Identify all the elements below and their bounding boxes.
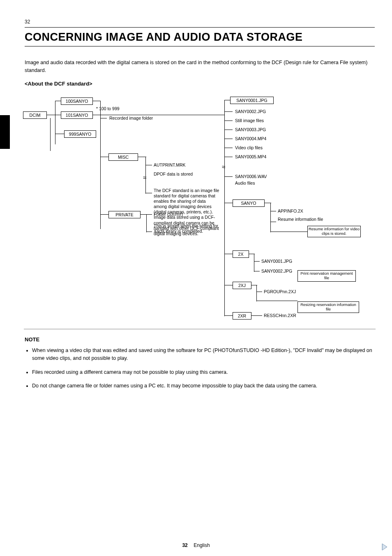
folder-diagram: DCIM 100SANYO 101SANYO * 100 to 999 999S… — [23, 93, 375, 323]
note-heading: NOTE — [25, 336, 375, 343]
page-number-top-text: 32 — [25, 19, 30, 25]
side-tab — [0, 115, 10, 149]
note-item: Do not change camera file or folder name… — [32, 382, 375, 390]
page-number-top: 32 — [25, 19, 375, 25]
recorded-folder-label: Recorded image folder — [109, 116, 153, 121]
resume-caption: Resume information file — [278, 217, 339, 222]
private-box: PRIVATE — [108, 211, 141, 218]
2x-box: 2X — [233, 250, 249, 258]
note-item: When viewing a video clip that was edite… — [32, 347, 375, 363]
2x-file1: SANY0001.JPG — [261, 259, 292, 264]
sanyo-box: SANYO — [233, 199, 265, 207]
sx-folder-note: This is stored when the setting for Xact… — [154, 223, 221, 234]
audio-files-label: Audio files — [235, 181, 255, 186]
title-rule-top — [25, 27, 375, 28]
dcf-section-heading: <About the DCF standard> — [25, 81, 375, 87]
appinfo-text: APPINFO.2X — [278, 208, 303, 214]
title-rule-bot — [25, 46, 375, 46]
footer: 32 English — [0, 541, 392, 549]
dcim-box: DCIM — [23, 111, 47, 119]
file-row: SANY0003.JPG — [235, 127, 266, 132]
pgroup-text: PGROUPnn.2XJ — [264, 289, 296, 294]
intro-paragraph: Image and audio data recorded with the d… — [25, 59, 375, 75]
101sanyo-box: 101SANYO — [61, 111, 93, 119]
2xj-box: 2XJ — [233, 282, 251, 289]
pgroup-box: Print reservation management file — [297, 270, 356, 282]
page-lang-bottom: English — [194, 542, 210, 548]
sx-folder: Folder (SX###) — [154, 212, 183, 217]
still-image-files-label: Still image files — [235, 118, 278, 123]
dpof-note: DPOF data is stored — [154, 171, 211, 177]
page-title: CONCERNING IMAGE AND AUDIO DATA STORAGE — [25, 31, 375, 44]
misc-box: MISC — [108, 153, 138, 161]
100sanyo-box: 100SANYO — [61, 97, 93, 105]
file-row: SANY0001.JPG — [230, 97, 274, 104]
continue-icon — [380, 543, 389, 551]
resume-box: Resume information for video clips is st… — [307, 226, 361, 237]
notes-list: When viewing a video clip that was edite… — [25, 347, 375, 390]
divider — [24, 329, 376, 330]
file-row: SANY0005.MP4 — [235, 154, 266, 160]
2x-file2: SANY0002.JPG — [261, 269, 292, 274]
page-number-bottom: 32 — [182, 542, 187, 548]
2xr-box: 2XR — [233, 312, 251, 320]
ressch-box: Resizing reservation information file — [297, 301, 359, 313]
ressch-text: RESSCHnn.2XR — [264, 313, 296, 318]
999sanyo-box: 999SANYO — [64, 130, 96, 138]
video-clip-files-label: Video clip files — [235, 145, 278, 151]
autprint-text: AUTPRINT.MRK — [154, 162, 186, 168]
file-row: SANY0002.JPG — [235, 109, 266, 114]
file-row: SANY0004.MP4 — [235, 136, 266, 141]
file-row: SANY0006.WAV — [235, 174, 267, 179]
note-item: Files recorded using a different camera … — [32, 368, 375, 376]
star-note: * 100 to 999 — [96, 106, 120, 111]
